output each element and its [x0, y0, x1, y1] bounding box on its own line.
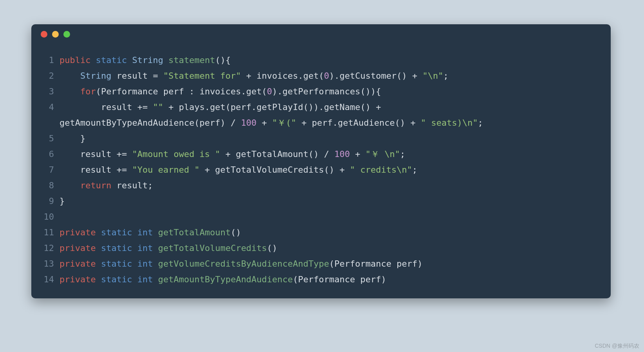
code-token: return [80, 181, 111, 190]
line-number [31, 115, 60, 131]
code-token: public [60, 55, 90, 65]
code-token [163, 55, 168, 65]
code-line: 14private static int getAmountByTypeAndA… [31, 272, 601, 287]
code-line: 11private static int getTotalAmount() [31, 225, 601, 240]
code-token [60, 87, 80, 96]
code-token: getTotalAmount [158, 227, 231, 237]
code-token [153, 259, 158, 269]
code-token: "" [153, 102, 163, 112]
code-line: 1public static String statement(){ [31, 52, 601, 68]
code-content: result += "" + plays.get(perf.getPlayId(… [60, 99, 601, 115]
code-token [60, 71, 80, 81]
line-number: 6 [31, 146, 60, 162]
code-token [127, 55, 132, 65]
code-token: + [350, 149, 366, 159]
code-token: int [137, 243, 153, 253]
code-token: static [101, 274, 132, 284]
code-line-wrap: getAmountByTypeAndAudience(perf) / 100 +… [31, 115, 601, 131]
line-number: 10 [31, 209, 60, 225]
code-token: result += [60, 165, 132, 175]
line-number: 2 [31, 68, 60, 84]
code-token: } [60, 134, 85, 143]
code-line: 13private static int getVolumeCreditsByA… [31, 256, 601, 272]
code-token: getAmountByTypeAndAudience [158, 274, 293, 284]
code-token [153, 227, 158, 237]
code-line: 12private static int getTotalVolumeCredi… [31, 240, 601, 256]
code-token: private [60, 274, 96, 284]
code-token [96, 243, 101, 253]
code-token: 100 [241, 118, 257, 128]
code-token [96, 274, 101, 284]
code-token: + invoices.get( [241, 71, 324, 81]
code-token: () [267, 243, 278, 253]
code-line: 4 result += "" + plays.get(perf.getPlayI… [31, 99, 601, 115]
code-line: 9} [31, 193, 601, 209]
code-token [90, 55, 96, 65]
code-content: String result = "Statement for" + invoic… [60, 68, 601, 84]
code-line: 6 result += "Amount owed is " + getTotal… [31, 146, 601, 162]
close-icon[interactable] [41, 31, 47, 38]
code-token: getTotalVolumeCredits [158, 243, 267, 253]
code-token: String [80, 71, 111, 81]
code-token: "￥ \n" [366, 149, 400, 159]
code-token: result += [60, 149, 132, 159]
line-number: 11 [31, 225, 60, 240]
code-content: private static int getTotalAmount() [60, 225, 601, 240]
code-line: 5 } [31, 131, 601, 146]
code-token: (Performance perf : invoices.get( [96, 87, 267, 96]
code-token [96, 259, 101, 269]
code-token: + getTotalVolumeCredits() + [200, 165, 350, 175]
code-content: getAmountByTypeAndAudience(perf) / 100 +… [60, 115, 601, 131]
line-number: 5 [31, 131, 60, 146]
code-content: for(Performance perf : invoices.get(0).g… [60, 84, 601, 99]
code-token [60, 181, 80, 190]
code-window: 1public static String statement(){2 Stri… [31, 24, 611, 298]
code-token: () [231, 227, 241, 237]
code-token: + [256, 118, 272, 128]
code-content: result += "You earned " + getTotalVolume… [60, 162, 601, 178]
code-token: + plays.get(perf.getPlayId()).getName() … [163, 102, 386, 112]
code-token: ).getCustomer() + [329, 71, 422, 81]
code-token: (Performance perf) [329, 259, 422, 269]
code-token [153, 243, 158, 253]
code-token: int [137, 274, 153, 284]
code-token [153, 274, 158, 284]
line-number: 7 [31, 162, 60, 178]
code-token: ; [400, 149, 405, 159]
code-content: public static String statement(){ [60, 52, 601, 68]
maximize-icon[interactable] [63, 31, 70, 38]
code-token: String [132, 55, 163, 65]
code-token: result += [60, 102, 153, 112]
code-token: int [137, 227, 153, 237]
code-token: private [60, 259, 96, 269]
code-token [132, 243, 137, 253]
code-content: result += "Amount owed is " + getTotalAm… [60, 146, 601, 162]
code-line: 3 for(Performance perf : invoices.get(0)… [31, 84, 601, 99]
code-token: 0 [324, 71, 329, 81]
code-token: ; [478, 118, 483, 128]
line-number: 13 [31, 256, 60, 272]
code-token: getVolumeCreditsByAudienceAndType [158, 259, 329, 269]
code-token: "Statement for" [163, 71, 241, 81]
code-content: private static int getAmountByTypeAndAud… [60, 272, 601, 287]
code-token: private [60, 243, 96, 253]
code-token: static [96, 55, 127, 65]
code-token: "\n" [422, 71, 443, 81]
code-line: 7 result += "You earned " + getTotalVolu… [31, 162, 601, 178]
line-number: 1 [31, 52, 60, 68]
code-token [132, 259, 137, 269]
code-token: ).getPerformances()){ [272, 87, 381, 96]
code-token [132, 274, 137, 284]
minimize-icon[interactable] [52, 31, 59, 38]
code-content: private static int getTotalVolumeCredits… [60, 240, 601, 256]
code-token: (Performance perf) [293, 274, 386, 284]
code-line: 8 return result; [31, 178, 601, 193]
line-number: 14 [31, 272, 60, 287]
code-token: "￥(" [272, 118, 296, 128]
code-token: 0 [267, 87, 272, 96]
code-token: result; [111, 181, 153, 190]
code-content: } [60, 131, 601, 146]
code-token: } [60, 196, 65, 206]
code-token: + perf.getAudience() + [296, 118, 421, 128]
code-content: } [60, 193, 601, 209]
